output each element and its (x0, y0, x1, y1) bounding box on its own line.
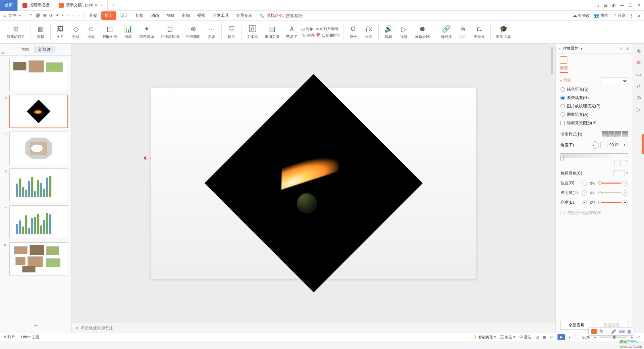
slideshow-button[interactable]: ▶ (557, 334, 565, 340)
zoom-slider[interactable] (600, 337, 627, 338)
rib-datetime[interactable]: 📅日期和时间 (316, 33, 340, 38)
thumb-slide-10[interactable] (9, 242, 68, 276)
menu-start[interactable]: 开始 (86, 11, 101, 20)
side-accent-bar[interactable] (642, 134, 644, 154)
tab-add-button[interactable]: ＋ (108, 2, 120, 8)
rib-textbox[interactable]: 🄰文本框 (244, 23, 261, 41)
rib-screenrec[interactable]: ⏺屏幕录制 (412, 23, 432, 41)
menu-insert[interactable]: 插入 (101, 11, 116, 20)
more-icon[interactable]: ⋮ (630, 13, 634, 18)
thumb-slide-8[interactable] (9, 168, 68, 202)
rib-flowchart[interactable]: ⿻在线流程图 (158, 23, 182, 41)
thumb-slide-7[interactable] (9, 132, 68, 165)
add-stop-button[interactable] (614, 160, 621, 166)
tab-close-icon[interactable]: × (100, 3, 103, 8)
radio-pattern-fill[interactable]: 图案填充(A) (560, 112, 628, 117)
apps-icon[interactable]: ▦ (604, 3, 607, 8)
gradstyle-btn-4[interactable] (622, 131, 628, 137)
stopcolor-picker[interactable] (613, 170, 625, 176)
side-slide-icon[interactable]: ▭ (636, 71, 641, 78)
fill-tab[interactable]: 填充 (560, 65, 568, 73)
menu-design[interactable]: 设计 (117, 11, 131, 20)
save-icon[interactable]: 🗋 (29, 13, 33, 18)
rotate-with-shape[interactable]: 与形状一起旋转(W) (560, 210, 628, 216)
ime-punct-icon[interactable]: ·, (606, 329, 608, 334)
trans-decrease[interactable]: − (582, 190, 587, 196)
radio-picture-fill[interactable]: 图片或纹理填充(P) (560, 103, 628, 109)
menu-view[interactable]: 视图 (194, 11, 209, 20)
menu-transition[interactable]: 切换 (132, 11, 147, 20)
status-comments[interactable]: 🗨 批注 (519, 335, 531, 340)
status-notes[interactable]: ▤ 备注 ▾ (500, 335, 515, 340)
undo-icon[interactable]: ↶ (56, 13, 59, 18)
status-slide[interactable]: 幻灯片 (4, 335, 15, 340)
file-menu[interactable]: 文件 (8, 13, 16, 18)
rib-docer[interactable]: ✦稻壳资源 (137, 23, 157, 41)
menu-review[interactable]: 审阅 (178, 11, 193, 20)
rib-smartart[interactable]: ◫智能图形 (100, 23, 120, 41)
zoom-in-icon[interactable]: + (631, 335, 633, 339)
panel-back-icon[interactable]: ‹ (559, 46, 560, 51)
fit-icon[interactable]: ⛶ (575, 335, 578, 339)
apply-all-button[interactable]: 全部应用 (560, 321, 593, 330)
saveas-icon[interactable]: 🗐 (36, 13, 40, 18)
file-dropdown-icon[interactable]: ▾ (19, 14, 21, 17)
cloud-unsaved[interactable]: ☁ 有修改 (573, 13, 590, 18)
rib-audio[interactable]: 🔊音频 (381, 23, 395, 41)
menu-icon[interactable]: ≡ (3, 13, 6, 18)
ime-keyboard-icon[interactable]: ⌨ (619, 329, 625, 334)
gradient-stop-2[interactable] (625, 157, 628, 160)
ime-voice-icon[interactable]: 🎤 (611, 329, 616, 334)
radio-gradient-fill[interactable]: 渐变填充(G) (560, 95, 628, 101)
view-sorter-icon[interactable]: ▦ (543, 335, 546, 339)
rib-shape[interactable]: ◇形状 (69, 23, 83, 41)
angle-value[interactable]: 90.0° (607, 142, 621, 148)
add-slide-button[interactable]: ＋ (0, 317, 71, 333)
thumb-slide-9[interactable] (9, 205, 68, 239)
ime-grid-icon[interactable]: ▦ (627, 329, 631, 334)
rib-icon[interactable]: ☺图标 (84, 23, 98, 41)
preview-icon[interactable]: 👁 (49, 13, 53, 18)
window-minimize-icon[interactable]: — (620, 3, 624, 8)
rib-table[interactable]: ▦表格 (34, 23, 48, 41)
diamond-shape[interactable] (205, 74, 423, 293)
layout-icon[interactable]: ⿴ (595, 3, 599, 8)
outline-tab[interactable]: 大纲 (16, 46, 34, 53)
gradient-stop-1[interactable] (560, 157, 564, 160)
thumb-slide-6[interactable] (9, 95, 68, 128)
tab-templates[interactable]: 找稻壳模板 (18, 0, 54, 11)
side-location-icon[interactable]: ◎ (636, 95, 641, 101)
gradstyle-btn-2[interactable] (608, 131, 614, 137)
fill-section-header[interactable]: 填充 (560, 78, 628, 83)
share-button[interactable]: ↗ 分享 (612, 13, 626, 18)
current-slide[interactable] (151, 88, 476, 279)
rib-hyperlink[interactable]: 🔗超链接 (438, 23, 454, 41)
search-icon[interactable]: 🔍 (260, 13, 265, 18)
status-theme[interactable]: Office 主题 (21, 335, 39, 340)
menu-animation[interactable]: 动画 (148, 11, 162, 20)
gradstyle-btn-1[interactable] (602, 131, 608, 137)
rib-chart[interactable]: 📊图表 (121, 23, 135, 41)
angle-increase[interactable]: + (621, 142, 628, 148)
print-icon[interactable]: 🖶 (43, 13, 47, 18)
angle-dial[interactable] (592, 141, 599, 149)
zoom-out-icon[interactable]: − (594, 335, 596, 339)
position-slider[interactable] (598, 183, 621, 184)
status-smartbeautify[interactable]: ✨ 智能美化 ▾ (473, 335, 496, 340)
tab-document[interactable]: 演示文稿1.pptx × (54, 0, 108, 11)
menu-vip[interactable]: 会员专享 (233, 11, 256, 20)
rib-teach[interactable]: 🎓教学工具 (493, 23, 514, 41)
panel-pin-icon[interactable]: ⤢ (620, 46, 623, 51)
gradstyle-btn-3[interactable] (615, 131, 621, 137)
radio-solid-fill[interactable]: 纯色填充(S) (560, 87, 628, 92)
rib-comment[interactable]: 🗨批注 (224, 23, 238, 41)
rib-formula[interactable]: ƒx公式 (362, 23, 376, 41)
slides-tab[interactable]: 幻灯片 (34, 46, 55, 53)
position-increase[interactable]: + (623, 181, 628, 186)
window-restore-icon[interactable]: ❐ (629, 3, 633, 8)
menu-devtools[interactable]: 开发工具 (209, 11, 232, 20)
rib-video[interactable]: ▷视频 (397, 23, 411, 41)
rib-object[interactable]: ◳对象 (301, 27, 315, 32)
menu-slideshow[interactable]: 放映 (163, 11, 178, 20)
remove-stop-button[interactable] (622, 160, 628, 166)
